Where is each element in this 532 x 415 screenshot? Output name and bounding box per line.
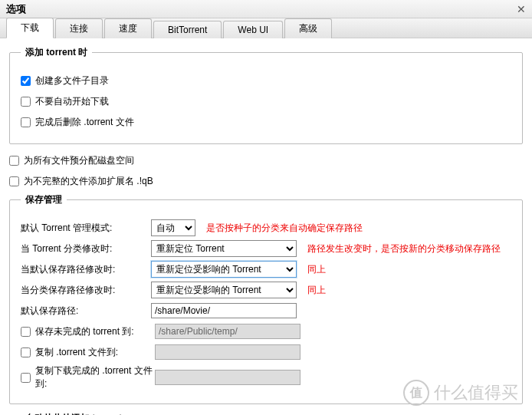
- checkbox-no-autostart[interactable]: [21, 97, 31, 107]
- select-default-mode[interactable]: 自动: [151, 219, 195, 236]
- select-category-path-change[interactable]: 重新定位受影响的 Torrent: [151, 282, 297, 298]
- dialog-title-bar: 选项 ✕: [0, 0, 532, 18]
- content-panel: 添加 torrent 时 创建多文件子目录 不要自动开始下载 完成后删除 .to…: [0, 38, 532, 415]
- input-default-save-path[interactable]: [151, 303, 297, 318]
- tab-strip: 下载 连接 速度 BitTorrent Web UI 高级: [0, 18, 532, 38]
- tab-speed[interactable]: 速度: [104, 18, 152, 38]
- legend-add-torrent: 添加 torrent 时: [21, 46, 92, 59]
- close-icon[interactable]: ✕: [517, 3, 526, 15]
- checkbox-save-incomplete[interactable]: [21, 327, 31, 337]
- label-preallocate: 为所有文件预分配磁盘空间: [24, 154, 134, 167]
- checkbox-copy-torrent[interactable]: [21, 347, 31, 357]
- input-copy-finished: [155, 370, 300, 385]
- label-category-path-change: 当分类保存路径修改时:: [21, 284, 151, 297]
- checkbox-append-ext[interactable]: [9, 176, 19, 186]
- fieldset-auto-add: 自动从此处添加 torrent: 监控文件夹 覆盖保存位置 监控文件夹: [9, 412, 523, 415]
- label-append-ext: 为不完整的文件添加扩展名 .!qB: [24, 175, 153, 188]
- label-no-autostart: 不要自动开始下载: [35, 95, 109, 108]
- note-default-mode: 是否按种子的分类来自动确定保存路径: [206, 222, 363, 235]
- label-create-subfolder: 创建多文件子目录: [35, 74, 109, 87]
- fieldset-save-management: 保存管理 默认 Torrent 管理模式: 自动 是否按种子的分类来自动确定保存…: [9, 193, 523, 404]
- label-default-save-path: 默认保存路径:: [21, 305, 151, 318]
- label-default-mode: 默认 Torrent 管理模式:: [21, 222, 151, 235]
- note-default-path-change: 同上: [307, 263, 326, 276]
- select-default-path-change[interactable]: 重新定位受影响的 Torrent: [151, 261, 297, 278]
- tab-download[interactable]: 下载: [6, 18, 54, 38]
- tab-webui[interactable]: Web UI: [223, 21, 283, 38]
- legend-auto-add: 自动从此处添加 torrent:: [21, 412, 130, 415]
- label-copy-finished: 复制下载完成的 .torrent 文件到:: [35, 364, 155, 390]
- checkbox-preallocate[interactable]: [9, 156, 19, 166]
- checkbox-create-subfolder[interactable]: [21, 76, 31, 86]
- label-category-change: 当 Torrent 分类修改时:: [21, 242, 151, 255]
- label-copy-torrent: 复制 .torrent 文件到:: [35, 346, 155, 359]
- checkbox-delete-torrent[interactable]: [21, 117, 31, 127]
- note-category-change: 路径发生改变时，是否按新的分类移动保存路径: [307, 242, 501, 255]
- label-save-incomplete: 保存未完成的 torrent 到:: [35, 325, 155, 338]
- tab-advanced[interactable]: 高级: [284, 18, 332, 38]
- note-category-path-change: 同上: [307, 284, 326, 297]
- fieldset-add-torrent: 添加 torrent 时 创建多文件子目录 不要自动开始下载 完成后删除 .to…: [9, 46, 523, 144]
- select-category-change[interactable]: 重新定位 Torrent: [151, 240, 297, 257]
- legend-save-management: 保存管理: [21, 193, 67, 206]
- input-copy-torrent: [155, 344, 300, 360]
- dialog-title: 选项: [6, 2, 26, 16]
- tab-bittorrent[interactable]: BitTorrent: [153, 21, 222, 38]
- label-default-path-change: 当默认保存路径修改时:: [21, 263, 151, 276]
- input-save-incomplete: [155, 324, 300, 339]
- checkbox-copy-finished[interactable]: [21, 373, 31, 383]
- label-delete-torrent: 完成后删除 .torrent 文件: [35, 116, 134, 129]
- tab-connection[interactable]: 连接: [55, 18, 103, 38]
